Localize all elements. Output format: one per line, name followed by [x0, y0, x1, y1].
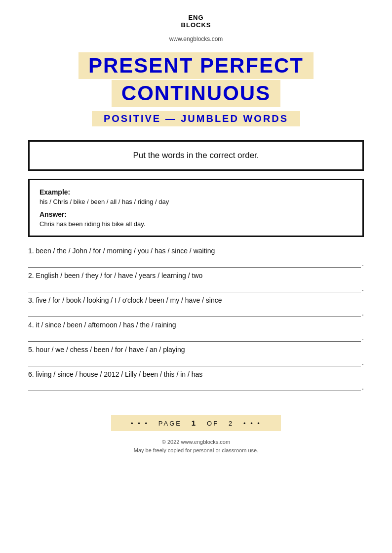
page-number: 1: [192, 419, 197, 427]
page-label: PAGE: [158, 420, 182, 427]
answer-label: Answer:: [39, 210, 353, 218]
subtitle: POSITIVE — JUMBLED WORDS: [92, 111, 300, 126]
q3-answer-line-container: .: [28, 307, 364, 317]
example-box: Example: his / Chris / bike / been / all…: [28, 179, 364, 237]
q4-line-dot: .: [362, 334, 364, 342]
question-5: 5. hour / we / chess / been / for / have…: [28, 346, 364, 366]
dots-left: • • •: [131, 420, 149, 427]
example-label: Example:: [39, 188, 353, 196]
q5-line-dot: .: [362, 358, 364, 366]
q1-line-dot: .: [362, 260, 364, 268]
main-title-line1: PRESENT PERFECT: [78, 52, 314, 79]
main-title-line2: CONTINUOUS: [112, 80, 280, 107]
question-3-text: 3. five / for / book / looking / I / o'c…: [28, 296, 364, 304]
instruction-box: Put the words in the correct order.: [28, 140, 364, 171]
question-2: 2. English / been / they / for / have / …: [28, 272, 364, 292]
page: ENGBLOCKS www.engblocks.com PRESENT PERF…: [0, 0, 392, 553]
q2-line-dot: .: [362, 284, 364, 292]
of-label: OF: [207, 420, 219, 427]
q2-answer-line-container: .: [28, 282, 364, 292]
question-3: 3. five / for / book / looking / I / o'c…: [28, 296, 364, 317]
q1-answer-line-container: .: [28, 258, 364, 268]
q6-answer-line-container: .: [28, 381, 364, 391]
q4-answer-line-container: .: [28, 332, 364, 342]
questions-section: 1. been / the / John / for / morning / y…: [28, 247, 364, 395]
question-1-text: 1. been / the / John / for / morning / y…: [28, 247, 364, 255]
question-6-text: 6. living / since / house / 2012 / Lilly…: [28, 370, 364, 378]
question-2-text: 2. English / been / they / for / have / …: [28, 272, 364, 279]
license: May be freely copied for personal or cla…: [134, 446, 259, 455]
question-4-text: 4. it / since / been / afternoon / has /…: [28, 321, 364, 329]
website-url: www.engblocks.com: [169, 36, 223, 42]
q5-answer-line[interactable]: [28, 356, 361, 366]
question-6: 6. living / since / house / 2012 / Lilly…: [28, 370, 364, 391]
question-5-text: 5. hour / we / chess / been / for / have…: [28, 346, 364, 354]
q4-answer-line[interactable]: [28, 332, 361, 342]
q6-line-dot: .: [362, 383, 364, 391]
title-block: PRESENT PERFECT CONTINUOUS POSITIVE — JU…: [20, 52, 372, 126]
copyright: © 2022 www.engblocks.com: [134, 438, 259, 447]
footer: © 2022 www.engblocks.com May be freely c…: [134, 438, 259, 455]
q2-answer-line[interactable]: [28, 282, 361, 292]
header: ENGBLOCKS www.engblocks.com: [169, 10, 223, 47]
q5-answer-line-container: .: [28, 356, 364, 366]
logo: ENGBLOCKS: [184, 10, 208, 34]
q6-answer-line[interactable]: [28, 381, 361, 391]
question-1: 1. been / the / John / for / morning / y…: [28, 247, 364, 268]
q3-line-dot: .: [362, 309, 364, 317]
question-4: 4. it / since / been / afternoon / has /…: [28, 321, 364, 342]
q1-answer-line[interactable]: [28, 258, 361, 268]
answer-text: Chris has been riding his bike all day.: [39, 220, 353, 228]
dots-right: • • •: [243, 420, 261, 427]
total-pages: 2: [229, 420, 234, 427]
instruction-text: Put the words in the correct order.: [133, 151, 259, 160]
q3-answer-line[interactable]: [28, 307, 361, 317]
example-scrambled: his / Chris / bike / been / all / has / …: [39, 198, 353, 205]
page-indicator: • • • PAGE 1 OF 2 • • •: [111, 415, 281, 431]
logo-text: ENGBLOCKS: [181, 14, 211, 29]
